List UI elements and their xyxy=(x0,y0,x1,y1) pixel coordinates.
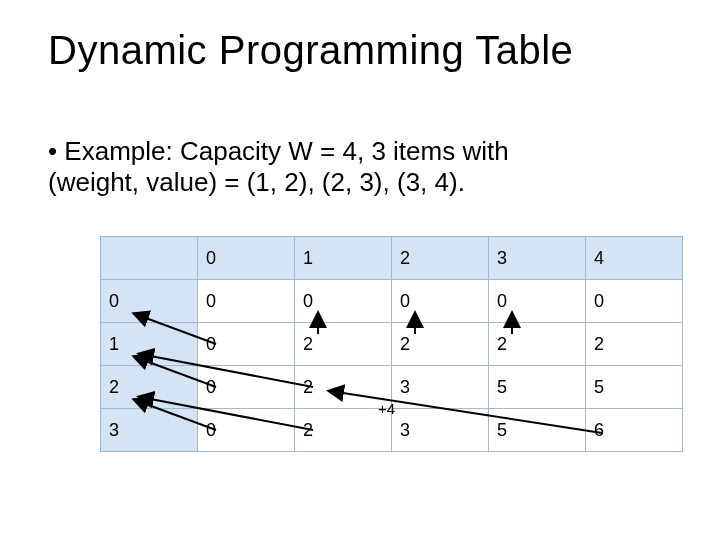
cell: 5 xyxy=(489,366,586,409)
cell: 0 xyxy=(489,280,586,323)
cell: 5 xyxy=(586,366,683,409)
col-header: 0 xyxy=(198,237,295,280)
plus4-label: +4 xyxy=(378,400,395,417)
page-title: Dynamic Programming Table xyxy=(48,28,573,73)
table-row: 0 0 0 0 0 0 xyxy=(101,280,683,323)
row-header: 1 xyxy=(101,323,198,366)
col-header: 3 xyxy=(489,237,586,280)
dp-table-wrap: 0 1 2 3 4 0 0 0 0 0 0 1 0 2 2 2 2 xyxy=(100,236,683,452)
cell: 2 xyxy=(295,409,392,452)
cell: 2 xyxy=(295,366,392,409)
row-header: 0 xyxy=(101,280,198,323)
cell: 2 xyxy=(295,323,392,366)
slide: Dynamic Programming Table Example: Capac… xyxy=(0,0,720,540)
cell: 0 xyxy=(295,280,392,323)
row-header: 3 xyxy=(101,409,198,452)
col-header: 4 xyxy=(586,237,683,280)
table-header-row: 0 1 2 3 4 xyxy=(101,237,683,280)
col-header: 2 xyxy=(392,237,489,280)
cell: 5 xyxy=(489,409,586,452)
bullet-line-1: Example: Capacity W = 4, 3 items with xyxy=(64,136,508,166)
header-corner xyxy=(101,237,198,280)
cell: 6 xyxy=(586,409,683,452)
cell: 2 xyxy=(489,323,586,366)
row-header: 2 xyxy=(101,366,198,409)
cell: 0 xyxy=(586,280,683,323)
cell: 2 xyxy=(586,323,683,366)
example-bullet: Example: Capacity W = 4, 3 items with (w… xyxy=(48,136,509,198)
cell: 2 xyxy=(392,323,489,366)
cell: 0 xyxy=(392,280,489,323)
cell: 0 xyxy=(198,280,295,323)
bullet-line-2: (weight, value) = (1, 2), (2, 3), (3, 4)… xyxy=(48,167,465,197)
col-header: 1 xyxy=(295,237,392,280)
cell: 0 xyxy=(198,409,295,452)
cell: 0 xyxy=(198,323,295,366)
table-row: 1 0 2 2 2 2 xyxy=(101,323,683,366)
cell: 0 xyxy=(198,366,295,409)
cell: 3 xyxy=(392,409,489,452)
cell: 3 xyxy=(392,366,489,409)
dp-table: 0 1 2 3 4 0 0 0 0 0 0 1 0 2 2 2 2 xyxy=(100,236,683,452)
